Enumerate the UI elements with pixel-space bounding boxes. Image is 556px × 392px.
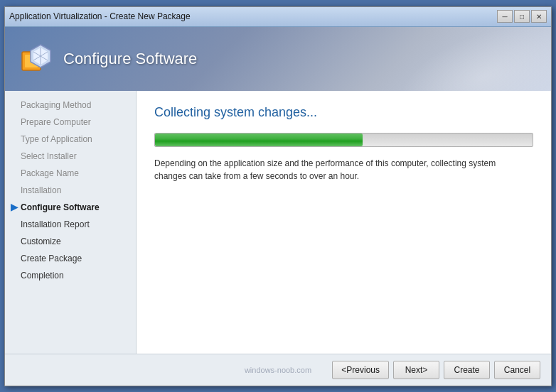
close-button[interactable]: ✕ (531, 10, 547, 23)
app-virtualization-icon (19, 42, 53, 76)
restore-button[interactable]: □ (514, 10, 530, 23)
sidebar-item-label: Customize (21, 236, 61, 246)
sidebar-item-label: Package Name (21, 168, 79, 178)
sidebar-item-installation-report[interactable]: ▶ Installation Report (5, 216, 136, 233)
sidebar-item-label: Completion (21, 271, 64, 281)
sidebar-item-completion[interactable]: ▶ Completion (5, 267, 136, 284)
sidebar-item-label: Type of Application (21, 134, 92, 144)
sidebar-item-label: Create Package (21, 254, 82, 263)
sidebar-item-label: Installation (21, 185, 61, 195)
minimize-button[interactable]: ─ (497, 10, 513, 23)
content-area: ▶ Packaging Method ▶ Prepare Computer ▶ … (5, 91, 551, 354)
description-text: Depending on the application size and th… (154, 157, 524, 183)
sidebar-item-label: Packaging Method (21, 100, 91, 110)
main-title: Collecting system changes... (154, 105, 533, 120)
sidebar-item-label: Select Installer (21, 151, 77, 161)
footer: windows-noob.com <Previous Next> Create … (5, 354, 551, 386)
sidebar-item-customize[interactable]: ▶ Customize (5, 233, 136, 250)
sidebar: ▶ Packaging Method ▶ Prepare Computer ▶ … (5, 91, 137, 354)
sidebar-item-type-of-application[interactable]: ▶ Type of Application (5, 131, 136, 148)
footer-inner: windows-noob.com <Previous Next> Create … (16, 361, 540, 379)
sidebar-item-label: Prepare Computer (21, 117, 91, 127)
title-bar: Application Virtualization - Create New … (5, 7, 551, 27)
previous-button[interactable]: <Previous (332, 361, 389, 379)
sidebar-item-packaging-method[interactable]: ▶ Packaging Method (5, 97, 136, 114)
sidebar-item-package-name[interactable]: ▶ Package Name (5, 165, 136, 182)
sidebar-item-label: Installation Report (21, 219, 90, 229)
create-button[interactable]: Create (444, 361, 490, 379)
arrow-icon: ▶ (11, 202, 18, 212)
progress-bar-fill (155, 134, 363, 146)
window-controls: ─ □ ✕ (497, 10, 547, 23)
progress-bar-background (154, 133, 533, 147)
sidebar-item-create-package[interactable]: ▶ Create Package (5, 250, 136, 267)
header-title: Configure Software (63, 50, 197, 68)
sidebar-item-prepare-computer[interactable]: ▶ Prepare Computer (5, 114, 136, 131)
next-button[interactable]: Next> (393, 361, 439, 379)
button-group: <Previous Next> Create Cancel (332, 361, 540, 379)
progress-container (154, 133, 533, 147)
sidebar-item-installation[interactable]: ▶ Installation (5, 182, 136, 199)
sidebar-item-select-installer[interactable]: ▶ Select Installer (5, 148, 136, 165)
main-panel: Collecting system changes... Depending o… (137, 91, 551, 354)
cancel-button[interactable]: Cancel (494, 361, 540, 379)
header-banner: Configure Software (5, 27, 551, 91)
sidebar-item-label: Configure Software (21, 202, 100, 212)
window-title: Application Virtualization - Create New … (9, 11, 191, 21)
sidebar-item-configure-software[interactable]: ▶ Configure Software (5, 199, 136, 216)
main-window: Application Virtualization - Create New … (4, 6, 552, 386)
watermark: windows-noob.com (245, 366, 311, 374)
